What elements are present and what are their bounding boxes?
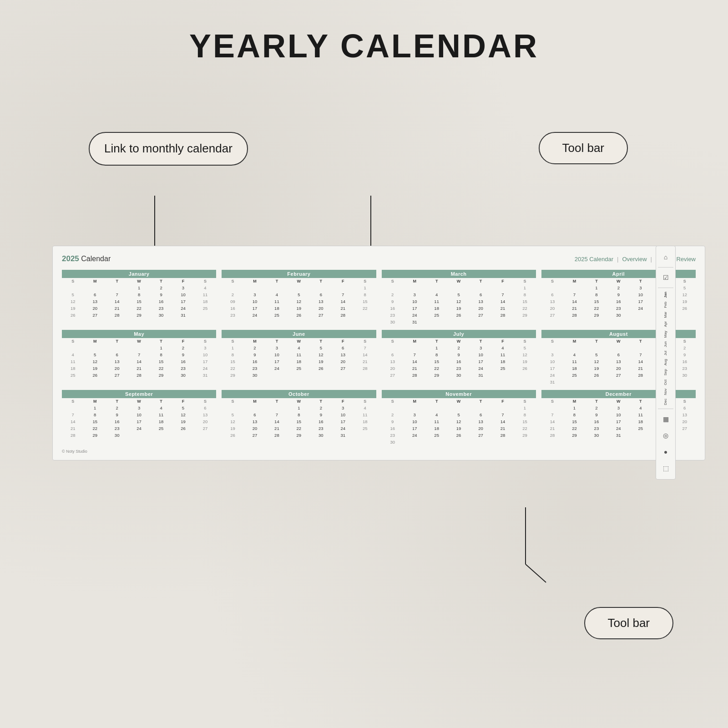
right-sidebar: ⌂☑JanFebMarAprMayJunJulAugSepOctNovDec▦◎…: [656, 246, 676, 480]
month-name-may: May: [62, 330, 216, 338]
sidebar-bottom-icon-2[interactable]: ●: [658, 445, 673, 459]
month-name-november: November: [382, 390, 536, 398]
sidebar-bottom-icon-3[interactable]: ⬚: [658, 461, 673, 475]
month-block-october[interactable]: OctoberSMTWTFS12345678910111213141516171…: [222, 390, 376, 445]
calendar-header: 2025 Calendar 2025 Calendar | Overview |…: [62, 254, 696, 263]
month-name-june: June: [222, 330, 376, 338]
home-icon[interactable]: ⌂: [658, 250, 673, 264]
sidebar-divider-3: [658, 409, 673, 409]
month-block-march[interactable]: MarchSMTWTFS1234567891011121314151617181…: [382, 270, 536, 325]
month-table-october: SMTWTFS123456789101112131415161718192021…: [222, 398, 376, 439]
calendar-title: 2025 Calendar: [62, 254, 111, 263]
sidebar-month-aug[interactable]: Aug: [663, 358, 668, 366]
month-block-february[interactable]: FebruarySMTWTFS1234567809101112131415161…: [222, 270, 376, 325]
page-title: YEARLY CALENDAR: [0, 0, 728, 65]
month-name-january: January: [62, 270, 216, 278]
calendar-year: 2025: [62, 254, 79, 263]
clipboard-icon[interactable]: ☑: [658, 270, 673, 285]
nav-review[interactable]: Review: [676, 256, 696, 263]
month-table-september: SMTWTFS123456789101112131415161718192021…: [62, 398, 216, 439]
calendar-title-suffix: Calendar: [81, 255, 111, 263]
month-table-february: SMTWTFS123456780910111213141516171819202…: [222, 278, 376, 318]
month-block-september[interactable]: SeptemberSMTWTFS123456789101112131415161…: [62, 390, 216, 445]
sidebar-divider-2: [658, 288, 673, 288]
sidebar-divider-1: [658, 267, 673, 268]
sidebar-month-mar[interactable]: Mar: [663, 311, 668, 319]
month-block-november[interactable]: NovemberSMTWTFS1234567891011121314151617…: [382, 390, 536, 445]
svg-line-5: [526, 564, 546, 582]
calendar-footer: © Noty Studio: [62, 449, 696, 454]
callout-toolbar-top[interactable]: Tool bar: [539, 132, 628, 164]
calendar-container: 2025 Calendar 2025 Calendar | Overview |…: [52, 246, 705, 460]
sidebar-bottom-icon-1[interactable]: ◎: [658, 428, 673, 443]
callout-link-to-monthly[interactable]: Link to monthly calendar: [89, 132, 248, 166]
calendar-nav: 2025 Calendar | Overview | Plan | Review: [575, 256, 696, 263]
month-name-october: October: [222, 390, 376, 398]
nav-overview[interactable]: Overview: [622, 256, 647, 263]
month-table-november: SMTWTFS123456789101112131415161718192021…: [382, 398, 536, 445]
sidebar-bottom-icon-0[interactable]: ▦: [658, 412, 673, 426]
sidebar-month-jul[interactable]: Jul: [663, 350, 668, 356]
month-block-may[interactable]: MaySMTWTFS123456789101112131415161718192…: [62, 330, 216, 385]
month-block-january[interactable]: JanuarySMTWTFS12345678910111213141516171…: [62, 270, 216, 325]
sidebar-month-may[interactable]: May: [663, 330, 668, 339]
month-name-february: February: [222, 270, 376, 278]
sidebar-month-feb[interactable]: Feb: [663, 301, 668, 309]
sidebar-month-sep[interactable]: Sep: [663, 368, 668, 376]
months-grid: JanuarySMTWTFS12345678910111213141516171…: [62, 270, 696, 445]
month-table-june: SMTWTFS123456789101112131415161718192021…: [222, 338, 376, 379]
sidebar-month-nov[interactable]: Nov: [663, 388, 668, 396]
month-table-july: SMTWTFS123456789101112131415161718192021…: [382, 338, 536, 379]
month-block-june[interactable]: JuneSMTWTFS12345678910111213141516171819…: [222, 330, 376, 385]
month-table-january: SMTWTFS123456789101112131415161718192021…: [62, 278, 216, 318]
sidebar-month-jan[interactable]: Jan: [663, 291, 668, 299]
nav-calendar[interactable]: 2025 Calendar: [575, 256, 613, 263]
month-name-march: March: [382, 270, 536, 278]
month-name-july: July: [382, 330, 536, 338]
month-table-may: SMTWTFS123456789101112131415161718192021…: [62, 338, 216, 379]
sidebar-month-dec[interactable]: Dec: [663, 398, 668, 406]
month-name-september: September: [62, 390, 216, 398]
month-table-march: SMTWTFS123456789101112131415161718192021…: [382, 278, 536, 325]
month-block-july[interactable]: JulySMTWTFS12345678910111213141516171819…: [382, 330, 536, 385]
sidebar-month-jun[interactable]: Jun: [663, 340, 668, 348]
sidebar-month-oct[interactable]: Oct: [663, 379, 668, 386]
callout-toolbar-bottom[interactable]: Tool bar: [584, 607, 674, 639]
sidebar-month-apr[interactable]: Apr: [663, 320, 668, 328]
